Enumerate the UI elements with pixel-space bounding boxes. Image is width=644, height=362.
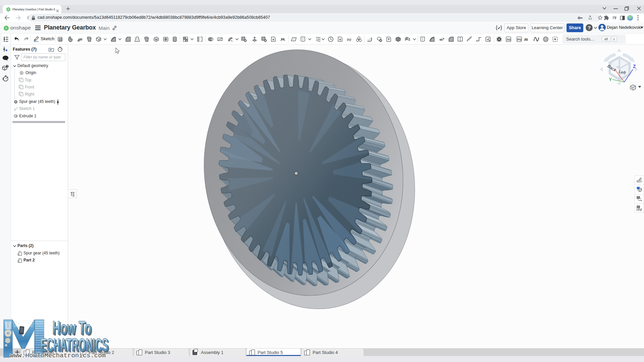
svg-text:11011111: 11011111 (35, 332, 44, 335)
svg-text:Z: Z (633, 64, 636, 69)
svg-text:#t: #t (524, 37, 528, 42)
svg-text:10100101: 10100101 (35, 320, 44, 323)
svg-text:?: ? (7, 65, 8, 67)
svg-text:11101101: 11101101 (35, 325, 44, 327)
svg-text:01100010: 01100010 (35, 323, 44, 325)
svg-text:(x): (x) (347, 37, 352, 42)
svg-text:SG: SG (507, 38, 511, 41)
svg-text:PG: PG (518, 38, 522, 41)
svg-text:Y: Y (609, 77, 612, 82)
svg-text:(x): (x) (638, 207, 642, 212)
svg-text:10111010: 10111010 (35, 330, 44, 332)
svg-text:01011101: 01011101 (35, 327, 44, 330)
